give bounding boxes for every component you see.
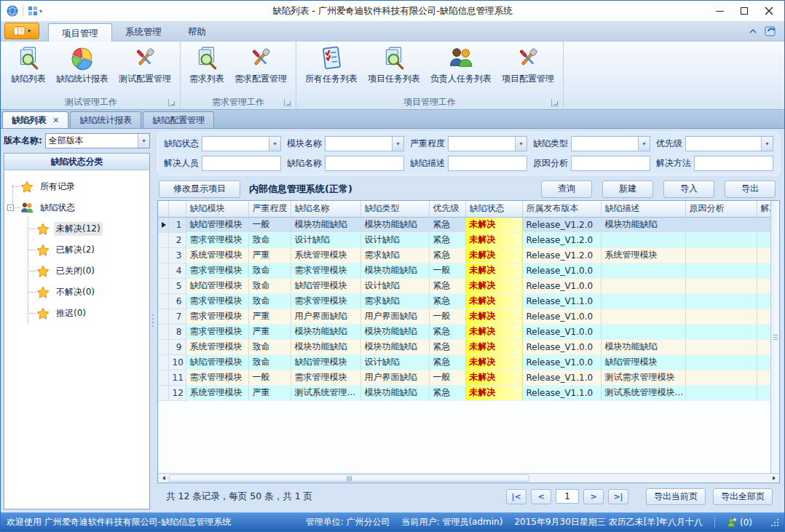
tree-item-推迟(0)[interactable]: 推迟(0) bbox=[7, 303, 146, 324]
document-tab-label: 缺陷统计报表 bbox=[79, 113, 132, 128]
horizontal-scrollbar[interactable] bbox=[158, 473, 779, 483]
close-button[interactable] bbox=[757, 2, 781, 20]
last-page-button[interactable]: >| bbox=[608, 489, 628, 504]
tree-item-label: 推迟(0) bbox=[54, 306, 88, 320]
table-row[interactable]: 10缺陷管理模块致命缺陷管理模块设计缺陷紧急未解决Release_V1.0.0缺… bbox=[158, 354, 770, 370]
filter-input-解决方法[interactable] bbox=[695, 157, 773, 170]
dialog-launcher-icon[interactable] bbox=[284, 99, 291, 106]
tree-item-label: 缺陷状态 bbox=[38, 201, 77, 215]
table-row[interactable]: 4需求管理模块致命需求管理模块模块功能缺陷一般未解决Release_V1.0.0 bbox=[158, 263, 770, 278]
date-text: 2015年9月30日星期三 农历乙未[羊]年八月十八 bbox=[514, 516, 703, 528]
quick-access-grid-icon[interactable]: ▾ bbox=[28, 6, 42, 16]
ribbon-group-caption: 测试管理工作 bbox=[65, 96, 117, 108]
export-all-pages-button[interactable]: 导出全部页 bbox=[713, 488, 773, 505]
ribbon-button-label: 所有任务列表 bbox=[305, 73, 358, 85]
ribbon-button-缺陷列表[interactable]: 缺陷列表 bbox=[6, 44, 51, 87]
action-button-导入[interactable]: 导入 bbox=[663, 180, 714, 198]
scroll-right-icon[interactable] bbox=[768, 474, 779, 483]
column-header-缺陷模块[interactable]: 缺陷模块 bbox=[186, 201, 248, 217]
filter-label: 缺陷类型 bbox=[533, 138, 568, 150]
table-row[interactable]: 6需求管理模块致命需求管理模块需求缺陷紧急未解决Release_V1.1.0 bbox=[158, 293, 770, 309]
ribbon-button-所有任务列表[interactable]: 所有任务列表 bbox=[300, 44, 363, 87]
action-button-新建[interactable]: 新建 bbox=[602, 180, 653, 198]
vertical-scrollbar[interactable] bbox=[770, 201, 779, 473]
column-header-优先级[interactable]: 优先级 bbox=[429, 201, 465, 217]
minimize-icon bbox=[716, 11, 724, 12]
ribbon-button-需求配置管理[interactable]: 需求配置管理 bbox=[229, 44, 292, 87]
tree-item-缺陷状态[interactable]: -缺陷状态 bbox=[7, 197, 146, 218]
filter-select-模块名称[interactable]: ▾ bbox=[325, 136, 404, 151]
table-row[interactable]: 5缺陷管理模块致命缺陷管理模块设计缺陷紧急未解决Release_V1.0.0 bbox=[158, 278, 770, 293]
scrollbar-thumb[interactable] bbox=[169, 475, 529, 482]
ribbon-button-缺陷统计报表[interactable]: 缺陷统计报表 bbox=[51, 44, 114, 87]
document-tab-1[interactable]: 缺陷列表✕ bbox=[2, 111, 68, 128]
table-row[interactable]: 2需求管理模块致命设计缺陷设计缺陷紧急未解决Release_V1.2.0 bbox=[158, 232, 770, 247]
document-tab-3[interactable]: 缺陷配置管理 bbox=[143, 111, 214, 128]
column-header-严重程度[interactable]: 严重程度 bbox=[248, 201, 291, 217]
column-header-缺陷名称[interactable]: 缺陷名称 bbox=[291, 201, 360, 217]
filter-input-缺陷描述[interactable] bbox=[449, 157, 526, 170]
sidebar-splitter[interactable] bbox=[150, 129, 156, 512]
application-menu-button[interactable]: ▾ bbox=[4, 23, 39, 39]
minimize-button[interactable] bbox=[707, 2, 732, 20]
ribbon-button-测试配置管理[interactable]: 测试配置管理 bbox=[114, 44, 176, 87]
tree-item-未解决(12)[interactable]: 未解决(12) bbox=[7, 218, 146, 239]
table-row[interactable]: 7需求管理模块严重用户界面缺陷用户界面缺陷一般未解决Release_V1.0.0 bbox=[158, 309, 770, 324]
document-tab-2[interactable]: 缺陷统计报表 bbox=[70, 111, 141, 128]
filter-select-优先级[interactable]: ▾ bbox=[685, 136, 773, 151]
column-header-所属发布版本[interactable]: 所属发布版本 bbox=[522, 201, 601, 217]
ribbon-button-需求列表[interactable]: 需求列表 bbox=[184, 44, 229, 87]
next-page-button[interactable]: > bbox=[583, 489, 604, 504]
filter-select-严重程度[interactable]: ▾ bbox=[448, 136, 527, 151]
style-switch-icon[interactable] bbox=[765, 25, 777, 37]
online-users-indicator[interactable]: (0) bbox=[727, 517, 752, 528]
tree-item-不解决(0)[interactable]: 不解决(0) bbox=[7, 282, 146, 303]
cell-version: Release_V1.0.0 bbox=[522, 324, 601, 339]
action-button-导出[interactable]: 导出 bbox=[725, 180, 776, 198]
ribbon-tab-1[interactable]: 项目管理 bbox=[48, 23, 112, 41]
resize-grip-icon[interactable] bbox=[771, 519, 778, 526]
filter-select-缺陷状态[interactable]: ▾ bbox=[202, 136, 281, 151]
ribbon-button-负责人任务列表[interactable]: 负责人任务列表 bbox=[425, 44, 497, 87]
table-row[interactable]: 9系统管理模块致命模块功能缺陷模块功能缺陷紧急未解决Release_V1.0.0… bbox=[158, 339, 770, 354]
table-row[interactable]: 3系统管理模块严重系统管理模块需求缺陷紧急未解决Release_V1.2.0系统… bbox=[158, 247, 770, 263]
cell-version: Release_V1.0.0 bbox=[522, 309, 601, 324]
filter-input-缺陷名称[interactable] bbox=[326, 157, 403, 170]
tree-item-已解决(2)[interactable]: 已解决(2) bbox=[7, 239, 146, 261]
table-row[interactable]: 12系统管理模块严重测试系统管理...模块功能缺陷紧急未解决Release_V1… bbox=[158, 385, 770, 400]
ribbon-tab-2[interactable]: 系统管理 bbox=[112, 23, 175, 41]
row-number-cell: 10 bbox=[168, 354, 186, 370]
column-header-缺陷描述[interactable]: 缺陷描述 bbox=[601, 201, 685, 217]
app-menu-icon bbox=[13, 26, 25, 36]
tree-item-所有记录[interactable]: 所有记录 bbox=[7, 176, 146, 197]
export-current-page-button[interactable]: 导出当前页 bbox=[646, 488, 706, 505]
version-select[interactable]: 全部版本 ▾ bbox=[45, 133, 150, 148]
ribbon-tab-3[interactable]: 帮助 bbox=[175, 23, 219, 41]
scroll-left-icon[interactable] bbox=[158, 474, 169, 483]
column-header-解决方法[interactable]: 解决方法 bbox=[757, 201, 770, 217]
maximize-button[interactable] bbox=[732, 2, 757, 20]
collapse-ribbon-icon[interactable] bbox=[749, 28, 757, 34]
app-globe-icon[interactable] bbox=[7, 5, 18, 17]
table-row[interactable]: 11需求管理模块一般需求管理模块用户界面缺陷一般未解决Release_V1.1.… bbox=[158, 370, 770, 385]
column-header-缺陷状态[interactable]: 缺陷状态 bbox=[465, 201, 522, 217]
table-row[interactable]: 1缺陷管理模块一般模块功能缺陷模块功能缺陷紧急未解决Release_V1.2.0… bbox=[158, 217, 770, 232]
first-page-button[interactable]: |< bbox=[506, 489, 526, 504]
ribbon-button-项目任务列表[interactable]: 项目任务列表 bbox=[363, 44, 425, 87]
dialog-launcher-icon[interactable] bbox=[551, 99, 559, 106]
tree-expander-icon[interactable]: - bbox=[7, 205, 14, 211]
ribbon-button-项目配置管理[interactable]: 项目配置管理 bbox=[497, 44, 559, 87]
action-button-查询[interactable]: 查询 bbox=[541, 180, 592, 198]
prev-page-button[interactable]: < bbox=[531, 489, 551, 504]
column-header-原因分析[interactable]: 原因分析 bbox=[685, 201, 757, 217]
table-row[interactable]: 8需求管理模块严重模块功能缺陷模块功能缺陷紧急未解决Release_V1.0.0 bbox=[158, 324, 770, 339]
close-tab-icon[interactable]: ✕ bbox=[52, 116, 59, 124]
page-number-input[interactable]: 1 bbox=[556, 489, 579, 504]
filter-input-原因分析[interactable] bbox=[572, 157, 650, 170]
filter-select-缺陷类型[interactable]: ▾ bbox=[571, 136, 650, 151]
filter-input-解决人员[interactable] bbox=[202, 157, 280, 170]
column-header-缺陷类型[interactable]: 缺陷类型 bbox=[360, 201, 429, 217]
dialog-launcher-icon[interactable] bbox=[168, 99, 175, 106]
modify-display-items-button[interactable]: 修改显示项目 bbox=[159, 180, 240, 198]
tree-item-已关闭(0)[interactable]: 已关闭(0) bbox=[7, 261, 146, 282]
